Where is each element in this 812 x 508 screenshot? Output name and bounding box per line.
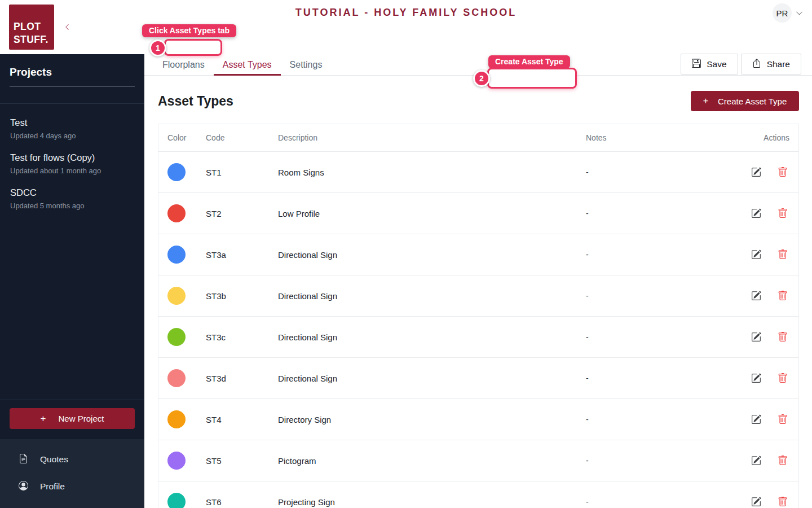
- delete-button[interactable]: [778, 208, 788, 218]
- delete-button[interactable]: [778, 249, 788, 260]
- tab-floorplans[interactable]: Floorplans: [153, 54, 214, 75]
- cell-notes: -: [586, 456, 739, 465]
- edit-button[interactable]: [751, 456, 761, 466]
- tutorial-step2-badge: 2: [473, 70, 490, 87]
- delete-button[interactable]: [778, 456, 788, 466]
- save-label: Save: [707, 59, 726, 69]
- cell-notes: -: [586, 250, 739, 259]
- tab-settings[interactable]: Settings: [281, 54, 332, 75]
- create-asset-type-button[interactable]: + Create Asset Type: [691, 91, 799, 111]
- cell-description: Directory Sign: [278, 415, 586, 424]
- project-name: Test for flows (Copy): [10, 152, 134, 163]
- edit-button[interactable]: [751, 497, 761, 507]
- table-row: ST5 Pictogram -: [158, 440, 798, 481]
- create-asset-type-label: Create Asset Type: [718, 97, 787, 106]
- cell-notes: -: [586, 168, 739, 177]
- column-code: Code: [206, 133, 278, 142]
- color-dot: [167, 410, 186, 428]
- tab-asset-types[interactable]: Asset Types: [214, 54, 281, 75]
- logo-line1: PLOT: [14, 20, 54, 33]
- box-arrow-up-icon: [752, 59, 761, 70]
- cell-description: Directional Sign: [278, 291, 586, 301]
- project-updated: Updated 4 days ago: [10, 132, 134, 140]
- color-dot: [167, 163, 186, 181]
- cell-notes: -: [586, 415, 739, 424]
- table-row: ST3a Directional Sign -: [158, 234, 798, 275]
- share-button[interactable]: Share: [741, 54, 801, 75]
- cell-notes: -: [586, 497, 739, 506]
- project-title: TUTORIAL - HOLY FAMILY SCHOOL: [0, 7, 812, 19]
- file-text-icon: [19, 454, 28, 466]
- quotes-label: Quotes: [40, 454, 68, 465]
- table-row: ST2 Low Profile -: [158, 192, 798, 234]
- cell-description: Low Profile: [278, 209, 586, 218]
- edit-button[interactable]: [751, 167, 761, 177]
- color-dot: [167, 287, 186, 305]
- color-dot: [167, 369, 186, 387]
- page-title: Asset Types: [158, 94, 233, 109]
- project-name: Test: [10, 117, 134, 128]
- cell-description: Projecting Sign: [278, 497, 586, 507]
- edit-button[interactable]: [751, 373, 761, 383]
- cell-notes: -: [586, 209, 739, 218]
- edit-button[interactable]: [751, 291, 761, 301]
- table-row: ST6 Projecting Sign -: [158, 481, 798, 508]
- color-dot: [167, 328, 186, 346]
- edit-button[interactable]: [751, 208, 761, 218]
- table-row: ST4 Directory Sign -: [158, 398, 798, 440]
- table-header: Color Code Description Notes Actions: [158, 124, 798, 151]
- tutorial-step1-highlight-box[interactable]: [164, 39, 222, 56]
- cell-code: ST4: [206, 415, 278, 424]
- asset-types-table: Color Code Description Notes Actions ST1…: [158, 124, 799, 508]
- delete-button[interactable]: [778, 291, 788, 301]
- cell-code: ST3c: [206, 332, 278, 342]
- toolbar-actions: Save Share: [681, 54, 801, 75]
- cell-code: ST5: [206, 456, 278, 466]
- column-color: Color: [158, 133, 206, 142]
- cell-code: ST3a: [206, 250, 278, 260]
- project-item-test-for-flows-copy[interactable]: Test for flows (Copy) Updated about 1 mo…: [0, 146, 144, 181]
- edit-button[interactable]: [751, 249, 761, 260]
- color-dot: [167, 493, 186, 508]
- project-item-test[interactable]: Test Updated 4 days ago: [0, 111, 144, 146]
- projects-heading: Projects: [10, 66, 135, 78]
- tutorial-step1-label: Click Asset Types tab: [142, 24, 236, 37]
- app-screen: PLOT STUFF. TUTORIAL - HOLY FAMILY SCHOO…: [0, 0, 812, 508]
- delete-button[interactable]: [778, 373, 788, 383]
- new-project-button[interactable]: + New Project: [10, 408, 135, 429]
- table-body: ST1 Room Signs - ST2 Low Profile -: [158, 151, 798, 508]
- user-menu[interactable]: PR: [773, 3, 803, 23]
- collapse-sidebar-button[interactable]: [63, 21, 72, 33]
- column-description: Description: [278, 133, 586, 142]
- person-circle-icon: [19, 481, 28, 493]
- sidebar-heading-wrap: Projects: [10, 66, 135, 86]
- sidebar-item-profile[interactable]: Profile: [0, 473, 144, 500]
- cell-description: Directional Sign: [278, 332, 586, 342]
- project-item-sdcc[interactable]: SDCC Updated 5 months ago: [0, 181, 144, 216]
- edit-button[interactable]: [751, 414, 761, 424]
- main-panel: Floorplans Asset Types Settings Save: [144, 54, 812, 508]
- delete-button[interactable]: [778, 414, 788, 424]
- project-updated: Updated 5 months ago: [10, 202, 134, 210]
- delete-button[interactable]: [778, 167, 788, 177]
- sidebar-item-quotes[interactable]: Quotes: [0, 446, 144, 473]
- project-name: SDCC: [10, 187, 134, 198]
- save-button[interactable]: Save: [681, 54, 738, 75]
- delete-button[interactable]: [778, 497, 788, 507]
- color-dot: [167, 246, 186, 264]
- sidebar-footer: Quotes Profile: [0, 439, 144, 508]
- top-header: PLOT STUFF. TUTORIAL - HOLY FAMILY SCHOO…: [0, 0, 812, 54]
- cell-description: Room Signs: [278, 168, 586, 177]
- avatar[interactable]: PR: [773, 3, 792, 23]
- cell-description: Directional Sign: [278, 374, 586, 383]
- delete-button[interactable]: [778, 332, 788, 342]
- cell-description: Directional Sign: [278, 250, 586, 260]
- tutorial-step2-highlight-box[interactable]: [487, 68, 577, 89]
- edit-button[interactable]: [751, 332, 761, 342]
- cell-description: Pictogram: [278, 456, 586, 466]
- sidebar-divider: [0, 103, 144, 104]
- cell-code: ST6: [206, 497, 278, 507]
- sidebar: Projects Test Updated 4 days ago Test fo…: [0, 54, 144, 508]
- table-row: ST3b Directional Sign -: [158, 275, 798, 316]
- cell-code: ST2: [206, 209, 278, 218]
